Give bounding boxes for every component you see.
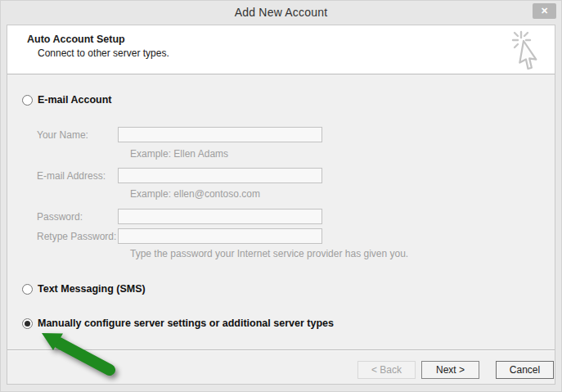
window-title: Add New Account [1, 6, 561, 19]
radio-indicator[interactable] [22, 318, 33, 329]
password-label: Password: [37, 211, 83, 223]
cursor-sparkle-icon [510, 29, 548, 74]
close-icon: ✕ [541, 7, 548, 16]
your-name-input [118, 127, 322, 142]
your-name-label: Your Name: [37, 129, 88, 141]
email-address-hint: Example: ellen@contoso.com [130, 188, 260, 200]
footer-divider [7, 349, 555, 351]
password-hint: Type the password your Internet service … [130, 248, 408, 259]
close-button[interactable]: ✕ [533, 3, 556, 19]
radio-text-messaging-label: Text Messaging (SMS) [38, 283, 146, 295]
radio-manual-configure-label: Manually configure server settings or ad… [38, 318, 334, 329]
email-address-input [118, 168, 322, 183]
next-button[interactable]: Next > [421, 361, 479, 379]
radio-manual-configure[interactable]: Manually configure server settings or ad… [22, 318, 334, 329]
wizard-header: Auto Account Setup Connect to other serv… [7, 25, 555, 74]
radio-email-account-label: E-mail Account [38, 94, 112, 106]
radio-indicator[interactable] [22, 95, 33, 106]
your-name-hint: Example: Ellen Adams [130, 148, 228, 160]
radio-email-account[interactable]: E-mail Account [22, 94, 112, 106]
dialog-panel: Auto Account Setup Connect to other serv… [7, 25, 555, 385]
titlebar: Add New Account ✕ [1, 1, 561, 25]
page-subtitle: Connect to other server types. [38, 47, 169, 59]
password-input [118, 209, 322, 224]
page-title: Auto Account Setup [27, 34, 125, 45]
add-new-account-dialog: Add New Account ✕ Auto Account Setup Con… [0, 0, 562, 392]
retype-password-label: Retype Password: [37, 231, 116, 242]
radio-indicator[interactable] [22, 284, 33, 295]
radio-text-messaging[interactable]: Text Messaging (SMS) [22, 283, 146, 295]
retype-password-input [118, 228, 322, 244]
email-address-label: E-mail Address: [37, 170, 106, 182]
back-button: < Back [357, 361, 416, 379]
cancel-button[interactable]: Cancel [496, 361, 554, 379]
